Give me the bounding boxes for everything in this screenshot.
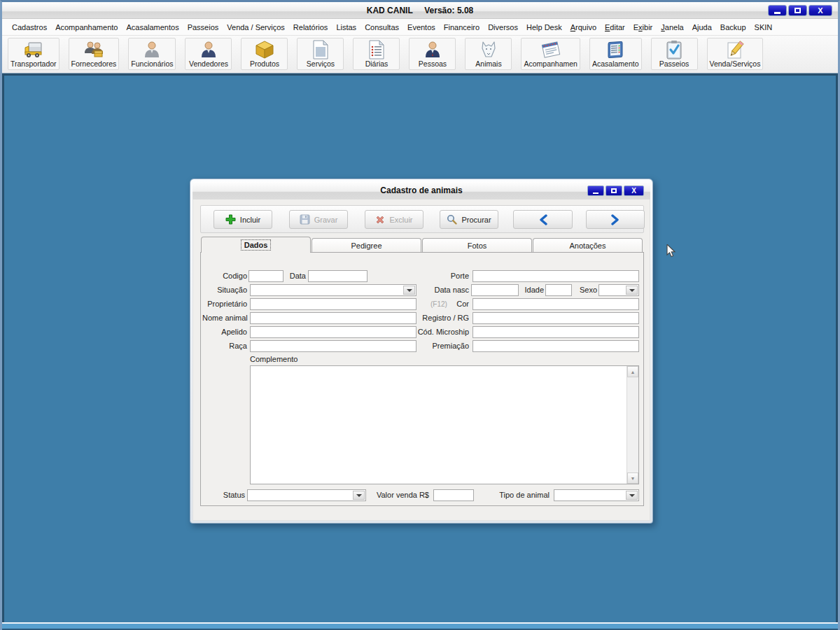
raca-input[interactable] [250,340,416,352]
menu-item-consultas[interactable]: Consultas [360,21,403,34]
apelido-input[interactable] [250,326,416,338]
nome-animal-input[interactable] [250,312,416,324]
tipo-animal-value[interactable] [554,490,625,500]
data-nasc-input[interactable] [471,284,519,296]
tab-anotacoes[interactable]: Anotações [533,238,643,253]
dialog-content: Incluir Gravar Excluir Procurar [192,200,650,521]
person-icon [422,40,443,59]
sexo-combobox[interactable] [598,284,639,296]
toolbar-button-pessoas[interactable]: Pessoas [409,38,456,70]
menu-item-exibir[interactable]: Exibir [629,21,657,34]
close-button[interactable]: X [808,5,832,16]
menu-item-janela[interactable]: Janela [657,21,687,34]
add-icon [225,214,236,225]
scroll-up-button[interactable]: ▲ [627,366,638,377]
main-titlebar[interactable]: KAD CANIL Versão: 5.08 X [2,2,838,19]
dialog-minimize-button[interactable] [587,186,604,196]
document-icon [312,40,330,59]
toolbar-button-venda-servicos[interactable]: Venda/Serviços [707,38,764,70]
toolbar-button-acompanhamen[interactable]: Acompanhamen [521,38,580,70]
toolbar-button-animais[interactable]: Animais [465,38,512,70]
idade-input[interactable] [545,284,572,296]
toolbar-button-diarias[interactable]: Diárias [353,38,400,70]
incluir-button[interactable]: Incluir [214,210,272,229]
menu-item-help-desk[interactable]: Help Desk [522,21,566,34]
dropdown-arrow-button[interactable] [626,491,638,500]
sexo-value[interactable] [599,285,625,295]
menu-item-relatorios[interactable]: Relatórios [289,21,332,34]
field-label-complemento: Complemento [250,354,334,365]
toolbar-label: Transportador [10,59,57,68]
dialog-close-button[interactable]: X [624,186,644,196]
dropdown-arrow-button[interactable] [353,491,365,500]
complemento-textarea[interactable] [251,366,626,484]
tab-dados[interactable]: Dados [201,237,311,253]
dropdown-arrow-button[interactable] [626,286,638,295]
field-label-codigo: Codigo [202,270,247,282]
dialog-titlebar[interactable]: Cadastro de animais X [192,181,650,200]
premiacao-input[interactable] [472,340,639,352]
gravar-button[interactable]: Gravar [289,210,348,229]
situacao-combobox[interactable] [250,284,416,296]
tab-pedigree[interactable]: Pedigree [312,238,421,253]
tipo-animal-combobox[interactable] [554,489,639,501]
codigo-input[interactable] [248,270,284,282]
gravar-label: Gravar [314,216,338,224]
menu-item-eventos[interactable]: Eventos [403,21,440,34]
proprietario-input[interactable] [250,298,416,310]
menu-item-diversos[interactable]: Diversos [484,21,522,34]
memo-scrollbar[interactable]: ▲ ▼ [626,366,638,484]
previous-record-button[interactable] [513,210,573,229]
toolbar-button-servicos[interactable]: Serviços [297,38,344,70]
valor-venda-input[interactable] [433,489,474,501]
main-window: KAD CANIL Versão: 5.08 X Cadastros Acomp… [0,0,840,630]
next-record-button[interactable] [586,210,645,229]
status-combobox[interactable] [247,489,366,501]
situacao-value[interactable] [251,285,402,295]
menu-item-backup[interactable]: Backup [716,21,750,34]
toolbar-button-vendedores[interactable]: Vendedores [185,38,232,70]
field-label-nome-animal: Nome animal [202,312,247,324]
status-value[interactable] [248,490,352,500]
menu-item-venda-servicos[interactable]: Venda / Serviços [223,21,289,34]
tab-fotos[interactable]: Fotos [422,238,532,253]
porte-input[interactable] [472,270,639,282]
menu-item-editar[interactable]: Editar [601,21,629,34]
field-label-apelido: Apelido [202,326,247,338]
delete-icon [375,215,385,225]
toolbar-button-funcionarios[interactable]: Funcionários [128,38,176,70]
window-frame-bottom [2,622,838,630]
menu-item-listas[interactable]: Listas [332,21,360,34]
cor-input[interactable] [472,298,639,310]
menu-item-financeiro[interactable]: Financeiro [440,21,484,34]
toolbar-button-passeios[interactable]: Passeios [651,38,698,70]
field-label-porte: Porte [406,270,469,282]
toolbar-label: Diárias [365,59,388,68]
field-label-proprietario: Proprietário [202,298,247,310]
dialog-maximize-button[interactable] [606,186,622,196]
menu-item-cadastros[interactable]: Cadastros [8,21,51,34]
menu-item-skin[interactable]: SKIN [750,21,777,34]
ledger-icon [605,40,626,59]
cod-microship-input[interactable] [472,326,639,338]
menu-item-ajuda[interactable]: Ajuda [688,21,716,34]
menu-item-passeios[interactable]: Passeios [183,21,223,34]
pencil-icon [725,40,745,59]
menu-item-arquivo[interactable]: Arquivo [566,21,601,34]
maximize-button[interactable] [788,5,807,16]
field-label-registro-rg: Registro / RG [406,312,469,324]
minimize-button[interactable] [768,5,787,16]
toolbar-button-transportador[interactable]: Transportador [8,38,59,70]
excluir-button[interactable]: Excluir [365,210,424,229]
toolbar-button-acasalamento[interactable]: Acasalamento [589,38,642,70]
registro-rg-input[interactable] [472,312,639,324]
toolbar-button-fornecedores[interactable]: Fornecedores [69,38,120,70]
menu-item-acompanhamento[interactable]: Acompanhamento [51,21,122,34]
procurar-button[interactable]: Procurar [440,210,498,229]
scroll-down-button[interactable]: ▼ [627,472,638,484]
chevron-down-icon [629,289,635,292]
menu-item-acasalamentos[interactable]: Acasalamentos [122,21,183,34]
data-input[interactable] [308,270,368,282]
toolbar-button-produtos[interactable]: Produtos [241,38,288,70]
list-document-icon [368,40,386,59]
